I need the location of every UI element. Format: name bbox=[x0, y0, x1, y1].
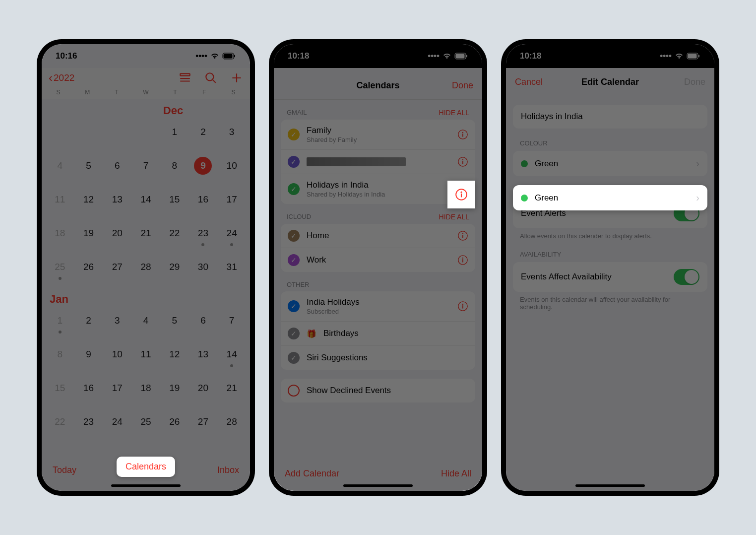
calendars-button-highlight[interactable]: Calendars bbox=[117, 457, 175, 477]
calendar-row-work[interactable]: ✓ Work bbox=[281, 248, 475, 272]
hide-all-button[interactable]: Hide All bbox=[441, 468, 471, 479]
day-cell[interactable]: 9 bbox=[74, 341, 103, 375]
info-icon[interactable] bbox=[457, 301, 468, 312]
calendar-name-field[interactable]: Holidays in India bbox=[513, 105, 707, 129]
battery-icon bbox=[687, 53, 700, 60]
hide-all-icloud-button[interactable]: HIDE ALL bbox=[439, 213, 469, 221]
day-cell[interactable]: 15 bbox=[160, 187, 189, 220]
day-cell[interactable]: 26 bbox=[160, 409, 189, 437]
affect-availability-toggle[interactable] bbox=[674, 269, 699, 285]
add-calendar-button[interactable]: Add Calendar bbox=[285, 468, 339, 479]
day-cell[interactable]: 14 bbox=[217, 341, 246, 375]
day-cell[interactable]: 22 bbox=[46, 409, 74, 437]
calendar-row-family[interactable]: ✓ Family Shared by Family bbox=[281, 120, 475, 150]
day-cell[interactable]: 15 bbox=[46, 375, 74, 409]
day-cell[interactable]: 8 bbox=[160, 153, 189, 187]
color-swatch-icon bbox=[521, 195, 528, 201]
radio-unchecked-icon bbox=[288, 385, 300, 397]
day-cell[interactable]: 28 bbox=[217, 409, 246, 437]
calendar-row-siri[interactable]: ✓ Siri Suggestions bbox=[281, 346, 475, 370]
day-cell[interactable]: 11 bbox=[131, 341, 160, 375]
day-cell[interactable]: 13 bbox=[103, 187, 131, 220]
calendar-row-home[interactable]: ✓ Home bbox=[281, 224, 475, 248]
day-cell[interactable]: 3 bbox=[103, 308, 131, 341]
day-cell[interactable]: 12 bbox=[160, 341, 189, 375]
day-cell[interactable]: 17 bbox=[217, 187, 246, 220]
day-cell[interactable]: 13 bbox=[189, 341, 218, 375]
day-cell[interactable]: 21 bbox=[131, 220, 160, 254]
day-cell[interactable]: 18 bbox=[131, 375, 160, 409]
hide-all-gmail-button[interactable]: HIDE ALL bbox=[439, 109, 469, 117]
day-cell[interactable]: 25 bbox=[46, 254, 74, 288]
day-cell[interactable]: 21 bbox=[217, 375, 246, 409]
day-cell[interactable]: 17 bbox=[103, 375, 131, 409]
day-cell[interactable]: 23 bbox=[189, 220, 218, 254]
cancel-button[interactable]: Cancel bbox=[515, 77, 543, 87]
day-cell[interactable]: 18 bbox=[46, 220, 74, 254]
day-cell[interactable]: 10 bbox=[103, 341, 131, 375]
day-cell[interactable]: 31 bbox=[217, 254, 246, 288]
day-cell[interactable]: 27 bbox=[103, 254, 131, 288]
home-indicator[interactable] bbox=[343, 484, 413, 487]
home-indicator[interactable] bbox=[111, 484, 181, 487]
day-cell[interactable]: 4 bbox=[131, 308, 160, 341]
day-cell[interactable]: 26 bbox=[74, 254, 103, 288]
day-cell-today[interactable]: 9 bbox=[189, 153, 218, 187]
day-cell[interactable]: 23 bbox=[74, 409, 103, 437]
day-cell[interactable]: 2 bbox=[74, 308, 103, 341]
day-cell[interactable]: 1 bbox=[160, 119, 189, 153]
done-button[interactable]: Done bbox=[452, 80, 473, 91]
back-year-button[interactable]: ‹ 2022 bbox=[49, 71, 74, 85]
show-declined-row[interactable]: Show Declined Events bbox=[281, 379, 475, 402]
day-cell[interactable]: 24 bbox=[103, 409, 131, 437]
day-cell[interactable]: 28 bbox=[131, 254, 160, 288]
info-icon[interactable] bbox=[457, 156, 468, 167]
info-icon[interactable] bbox=[457, 230, 468, 241]
day-cell[interactable]: 4 bbox=[46, 153, 74, 187]
info-icon[interactable] bbox=[457, 255, 468, 266]
day-cell[interactable]: 20 bbox=[103, 220, 131, 254]
day-cell[interactable]: 19 bbox=[74, 220, 103, 254]
day-cell[interactable]: 19 bbox=[160, 375, 189, 409]
calendar-row-holidays-india[interactable]: ✓ Holidays in India Shared by Holidays i… bbox=[281, 174, 475, 204]
day-cell[interactable]: 3 bbox=[217, 119, 246, 153]
info-icon[interactable] bbox=[457, 129, 468, 140]
calendar-row-india-holidays[interactable]: ✓ India Holidays Subscribed bbox=[281, 291, 475, 322]
day-cell[interactable]: 20 bbox=[189, 375, 218, 409]
svg-rect-35 bbox=[688, 54, 697, 59]
day-cell[interactable]: 14 bbox=[131, 187, 160, 220]
svg-point-17 bbox=[462, 159, 463, 160]
day-cell[interactable]: 22 bbox=[160, 220, 189, 254]
day-cell[interactable]: 27 bbox=[189, 409, 218, 437]
colour-row-highlight[interactable]: Green › bbox=[513, 185, 707, 210]
day-cell[interactable]: 5 bbox=[160, 308, 189, 341]
home-indicator[interactable] bbox=[575, 484, 645, 487]
day-cell[interactable]: 10 bbox=[217, 153, 246, 187]
today-button[interactable]: Today bbox=[53, 465, 76, 475]
day-cell[interactable]: 6 bbox=[189, 308, 218, 341]
day-cell[interactable]: 7 bbox=[217, 308, 246, 341]
colour-row[interactable]: Green › bbox=[513, 151, 707, 176]
day-cell[interactable]: 24 bbox=[217, 220, 246, 254]
info-button-highlight[interactable] bbox=[447, 181, 475, 208]
day-cell[interactable]: 25 bbox=[131, 409, 160, 437]
day-cell[interactable]: 30 bbox=[189, 254, 218, 288]
day-cell[interactable]: 16 bbox=[74, 375, 103, 409]
list-view-icon[interactable] bbox=[179, 71, 191, 84]
day-cell[interactable]: 29 bbox=[160, 254, 189, 288]
search-icon[interactable] bbox=[204, 71, 217, 84]
day-cell[interactable]: 12 bbox=[74, 187, 103, 220]
day-cell[interactable]: 6 bbox=[103, 153, 131, 187]
day-cell[interactable]: 5 bbox=[74, 153, 103, 187]
affect-availability-row[interactable]: Events Affect Availability bbox=[513, 262, 707, 292]
day-cell[interactable]: 8 bbox=[46, 341, 74, 375]
calendar-row-account[interactable]: ✓ bbox=[281, 150, 475, 174]
day-cell[interactable]: 1 bbox=[46, 308, 74, 341]
day-cell[interactable]: 2 bbox=[189, 119, 218, 153]
day-cell[interactable]: 16 bbox=[189, 187, 218, 220]
add-event-icon[interactable] bbox=[230, 71, 243, 84]
day-cell[interactable]: 11 bbox=[46, 187, 74, 220]
inbox-button[interactable]: Inbox bbox=[217, 465, 239, 475]
day-cell[interactable]: 7 bbox=[131, 153, 160, 187]
calendar-row-birthdays[interactable]: ✓ 🎁 Birthdays bbox=[281, 322, 475, 346]
